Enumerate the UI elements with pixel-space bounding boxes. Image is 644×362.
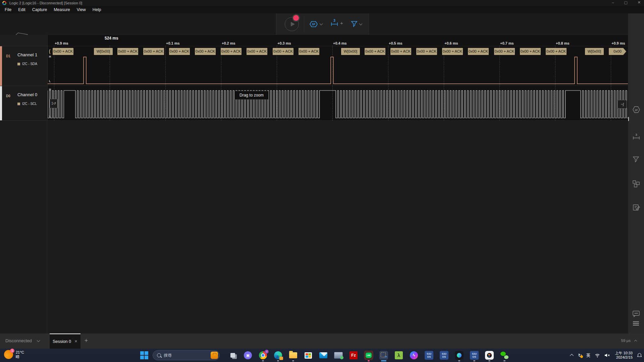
drag-to-zoom-tooltip: Drag to zoom	[234, 91, 269, 100]
channel-id: D1	[6, 54, 10, 58]
filter-button[interactable]	[351, 21, 362, 27]
notification-indicator	[368, 360, 370, 361]
analyzer-label: I2C - SDA	[17, 62, 37, 66]
funnel-icon	[351, 21, 358, 27]
running-indicator	[488, 360, 490, 361]
status-bar: Disconnected Session 0 ✕ + 59 µs	[0, 334, 644, 349]
main-menu-icon[interactable]	[632, 321, 640, 329]
extensions-icon[interactable]	[632, 180, 640, 188]
taskbar-app-lambda[interactable]: λ	[394, 351, 404, 360]
menu-view[interactable]: View	[73, 6, 89, 13]
taskbar-app-mail[interactable]	[319, 351, 328, 360]
annotations-icon[interactable]	[632, 203, 640, 212]
running-indicator	[277, 360, 279, 361]
level-high-marker: H	[49, 88, 51, 91]
taskbar-app-s32ds[interactable]: S32DS	[470, 351, 479, 360]
panel-handle[interactable]	[628, 117, 629, 121]
taskbar-app-s32ds[interactable]: S32DS	[424, 351, 434, 360]
maximize-button[interactable]: ▢	[624, 0, 627, 5]
waveform-viewport[interactable]: +0.9 ms524 ms+0.1 ms+0.2 ms+0.3 ms+0.4 m…	[47, 35, 628, 121]
taskbar-app-s32ds[interactable]: S32DS	[439, 351, 449, 360]
wifi-icon[interactable]	[595, 353, 600, 358]
right-sidebar: 1F3	[628, 13, 644, 334]
measure-pill[interactable]: ~ʃ	[618, 100, 627, 109]
new-session-button[interactable]: +	[85, 337, 88, 344]
zoom-scale-indicator[interactable]: 59 µs	[621, 339, 637, 343]
ime-indicator[interactable]: 英	[586, 353, 591, 358]
taskbar-app-task-view[interactable]	[228, 351, 237, 360]
menu-file[interactable]: File	[1, 6, 15, 13]
taskbar-app-webex[interactable]	[454, 351, 464, 360]
chevron-down-icon	[37, 339, 40, 342]
running-indicator	[292, 360, 294, 361]
chevron-up-icon	[634, 340, 637, 343]
filters-icon[interactable]	[632, 156, 640, 164]
taskbar-app-edge[interactable]	[273, 351, 283, 360]
sync-icon[interactable]: ↻	[578, 353, 582, 358]
svg-text:3: 3	[635, 133, 637, 136]
sda-trace	[48, 57, 628, 84]
notifications-bell-icon[interactable]	[637, 353, 642, 358]
search-highlight-icon	[211, 352, 218, 359]
digital-traces	[48, 35, 628, 121]
level-high-marker: H	[49, 55, 51, 58]
taskbar-app-line[interactable]: LINE	[364, 351, 373, 360]
logo-area	[0, 13, 47, 35]
add-measurement-button[interactable]: 3 +	[331, 19, 343, 26]
windows-taskbar: 1 21°C 晴 搜尋 ▣JFzLINE✂λϟS32DSS32DSS32DS ↻…	[0, 349, 644, 362]
search-input[interactable]: 搜尋	[153, 350, 220, 360]
measurements-icon[interactable]: 3	[632, 133, 640, 141]
chevron-down-icon	[320, 22, 323, 25]
channel-row-d0[interactable]: D0 Channel 0 I2C - SCL	[0, 86, 47, 121]
taskbar-app-microsoft-store[interactable]	[304, 351, 313, 360]
svg-text:1F: 1F	[312, 22, 316, 26]
menu-edit[interactable]: Edit	[15, 6, 29, 13]
logic2-window: Logic 2 [Logic16 - Disconnected] [Sessio…	[0, 0, 644, 362]
active-indicator	[381, 360, 386, 361]
profile-badge: J	[265, 350, 269, 354]
play-icon	[291, 22, 295, 26]
title-bar: Logic 2 [Logic16 - Disconnected] [Sessio…	[0, 0, 644, 6]
taskbar-app-filezilla[interactable]: Fz	[349, 351, 358, 360]
channel-accent-bar	[0, 86, 2, 120]
running-indicator	[473, 360, 475, 361]
analyzer-label: I2C - SCL	[17, 102, 37, 106]
running-indicator	[458, 360, 460, 361]
taskbar-app-remote-desktop[interactable]	[334, 351, 343, 360]
level-low-marker: L	[49, 79, 51, 83]
support-chat-icon[interactable]	[632, 310, 640, 318]
plus-icon: +	[340, 20, 343, 26]
tab-session-0[interactable]: Session 0 ✕	[50, 334, 80, 349]
volume-muted-icon[interactable]	[604, 353, 610, 358]
taskbar-app-snipping-tool[interactable]: ✂	[379, 351, 388, 360]
taskbar-app-wechat[interactable]	[500, 351, 509, 360]
clock[interactable]: 上午 10:33 2024/2/15	[615, 351, 633, 360]
logic2-app-icon	[2, 1, 6, 5]
analyzer-color-swatch	[17, 103, 20, 105]
channel-row-d1[interactable]: D1 Channel 1 I2C - SDA	[0, 46, 47, 86]
taskbar-app-logic2[interactable]	[485, 351, 494, 360]
weather-widget[interactable]: 1 21°C 晴	[4, 350, 24, 359]
menu-capture[interactable]: Capture	[29, 6, 50, 13]
menu-bar: FileEditCaptureMeasureViewHelp	[0, 6, 644, 13]
connection-status-dropdown[interactable]: Disconnected	[5, 338, 40, 343]
running-indicator	[503, 360, 505, 361]
minimize-button[interactable]: –	[612, 0, 614, 5]
taskbar-app-chrome[interactable]: J	[258, 351, 268, 360]
trigger-pill[interactable]: 1↺	[50, 99, 58, 108]
close-button[interactable]: ✕	[638, 0, 641, 5]
window-title: Logic 2 [Logic16 - Disconnected] [Sessio…	[9, 1, 82, 5]
menu-help[interactable]: Help	[89, 6, 105, 13]
start-button[interactable]	[140, 351, 148, 359]
channel-id: D0	[6, 94, 10, 98]
capture-empty-area	[47, 121, 628, 334]
running-indicator	[262, 360, 264, 361]
taskbar-app-messenger[interactable]: ϟ	[409, 351, 419, 360]
hidden-icons-chevron[interactable]	[570, 354, 574, 358]
taskbar-app-chat[interactable]: ▣	[243, 351, 253, 360]
device-settings-button[interactable]: 1F	[309, 21, 322, 27]
close-tab-icon[interactable]: ✕	[74, 339, 77, 344]
taskbar-app-file-explorer[interactable]	[288, 351, 298, 360]
menu-measure[interactable]: Measure	[50, 6, 73, 13]
device-settings-icon[interactable]: 1F	[632, 106, 640, 114]
